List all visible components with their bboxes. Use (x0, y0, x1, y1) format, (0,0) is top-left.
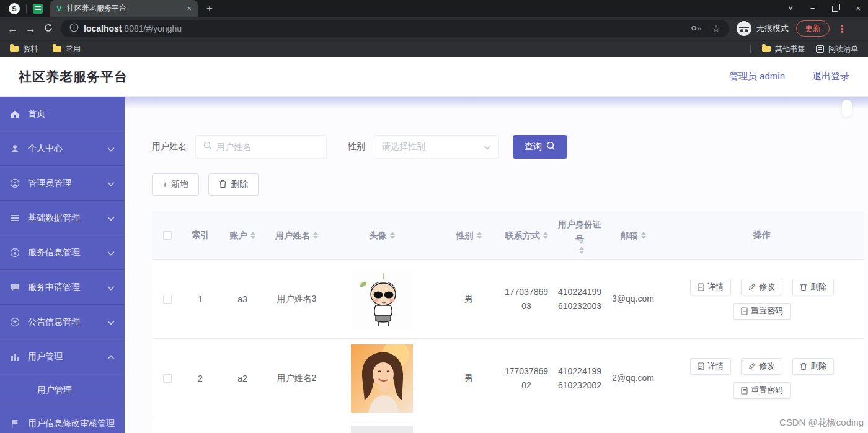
sidebar-item-personal-center[interactable]: 个人中心 (0, 131, 125, 166)
name-search-input[interactable] (216, 142, 309, 152)
chevron-down-icon (107, 144, 115, 154)
screen: S V 社区养老服务平台 × + ˅ − × ← → localhost:808… (0, 0, 868, 433)
home-icon (10, 109, 20, 119)
sidebar-item-user-audit[interactable]: 用户信息修改审核管理 (0, 406, 125, 433)
search-icon (546, 141, 556, 152)
row-delete-button[interactable]: 删除 (792, 358, 834, 375)
sidebar-item-service-apply[interactable]: 服务申请管理 (0, 270, 125, 305)
other-bookmarks[interactable]: 其他书签 (762, 44, 805, 55)
sidebar: 首页 个人中心 管理员管理 基础数据管理 服务信息管理 (0, 97, 125, 433)
header-ops: 操作 (660, 230, 864, 241)
watermark: CSDN @花椒coding (779, 417, 864, 429)
url-path: :8081/#/yonghu (122, 24, 182, 33)
sidebar-item-service-info[interactable]: 服务信息管理 (0, 235, 125, 270)
cell-id-card: 410224199610232002 (557, 364, 603, 393)
select-all-checkbox[interactable] (163, 231, 172, 240)
cell-gender: 男 (438, 294, 500, 305)
edit-button[interactable]: 修改 (741, 279, 782, 295)
window-restore-button[interactable] (832, 6, 838, 12)
reset-password-button[interactable]: 重置密码 (733, 382, 790, 399)
address-bar[interactable]: localhost:8081/#/yonghu ☆ (61, 20, 729, 37)
avatar (351, 426, 413, 433)
header-phone[interactable]: 联系方式 (500, 228, 553, 243)
sidebar-item-label: 管理员管理 (28, 178, 71, 189)
bookmark-label: 资料 (23, 44, 38, 55)
sidebar-subitem-user-management[interactable]: 用户管理 (0, 374, 125, 406)
bookmark-folder-changyong[interactable]: 常用 (53, 44, 81, 55)
detail-button[interactable]: 详情 (690, 279, 731, 295)
other-bookmarks-label: 其他书签 (775, 44, 805, 55)
header-id-card[interactable]: 用户身份证号 (553, 217, 606, 254)
sort-caret-icon[interactable] (390, 232, 395, 239)
reload-icon[interactable] (43, 23, 53, 35)
chevron-down-icon (107, 317, 115, 327)
header-account[interactable]: 账户 (218, 228, 267, 243)
search-icon (203, 141, 212, 152)
chevron-down-icon (107, 248, 115, 258)
bookmark-folder-ziliao[interactable]: 资料 (10, 44, 38, 55)
chevron-down-icon (484, 141, 491, 152)
sort-caret-icon[interactable] (250, 232, 255, 239)
window-close-button[interactable]: × (856, 4, 861, 13)
name-search-field[interactable] (195, 135, 327, 159)
header-index: 索引 (183, 230, 218, 241)
vue-favicon-icon: V (56, 4, 62, 13)
window-chevron-icon[interactable]: ˅ (788, 4, 793, 13)
sort-caret-icon[interactable] (543, 232, 548, 239)
password-key-icon[interactable] (691, 23, 702, 34)
window-minimize-button[interactable]: − (810, 4, 815, 13)
tab-close-icon[interactable]: × (187, 4, 192, 13)
sidebar-item-admin-management[interactable]: 管理员管理 (0, 166, 125, 201)
browser-menu-icon[interactable]: ⋮ (837, 23, 847, 35)
reading-list[interactable]: 阅读清单 (816, 44, 858, 55)
delete-button[interactable]: 删除 (208, 173, 259, 196)
search-button[interactable]: 查询 (513, 135, 567, 159)
cell-phone: 17703786903 (503, 285, 549, 313)
back-icon[interactable]: ← (7, 24, 18, 34)
bookmarks-bar: 资料 常用 其他书签 阅读清单 (0, 40, 868, 57)
bookmark-star-icon[interactable]: ☆ (712, 23, 720, 35)
page-title: 社区养老服务平台 (19, 68, 128, 85)
incognito-icon (737, 21, 751, 36)
detail-button[interactable]: 详情 (690, 358, 731, 375)
chevron-down-icon (107, 213, 115, 223)
reading-list-label: 阅读清单 (828, 44, 858, 55)
header-email[interactable]: 邮箱 (606, 228, 660, 243)
site-info-icon[interactable] (69, 23, 79, 35)
add-button[interactable]: + 新增 (152, 173, 199, 196)
filter-gender-label: 性别 (348, 141, 365, 152)
folder-icon (762, 46, 771, 52)
gender-select[interactable]: 请选择性别 (374, 135, 499, 159)
new-tab-button[interactable]: + (206, 2, 213, 15)
pinned-tab-logo-icon[interactable]: S (9, 3, 20, 14)
logout-link[interactable]: 退出登录 (812, 71, 849, 82)
incognito-label: 无痕模式 (756, 23, 789, 34)
sidebar-item-label: 公告信息管理 (28, 317, 80, 328)
row-checkbox[interactable] (163, 374, 172, 383)
forward-icon[interactable]: → (25, 24, 36, 34)
row-delete-button[interactable]: 删除 (792, 279, 834, 295)
scrollbar-thumb[interactable] (842, 100, 852, 117)
admin-user-label: 管理员 admin (729, 71, 785, 82)
chevron-down-icon (107, 282, 115, 292)
sidebar-item-base-data[interactable]: 基础数据管理 (0, 201, 125, 235)
header-gender[interactable]: 性别 (438, 228, 500, 243)
sidebar-item-user-management[interactable]: 用户管理 (0, 339, 125, 374)
pinned-tab-sheets-icon[interactable] (33, 4, 43, 14)
cell-phone: 17703786902 (503, 364, 549, 393)
sort-caret-icon[interactable] (477, 232, 482, 239)
header-avatar[interactable]: 头像 (326, 228, 438, 243)
reset-password-button[interactable]: 重置密码 (733, 303, 790, 320)
edit-button[interactable]: 修改 (741, 358, 782, 375)
sort-caret-icon[interactable] (641, 232, 646, 239)
sidebar-item-notice-info[interactable]: 公告信息管理 (0, 305, 125, 339)
row-checkbox[interactable] (163, 295, 172, 304)
browser-update-button[interactable]: 更新 (796, 20, 830, 37)
info-circle-icon (10, 248, 20, 258)
header-name[interactable]: 用户姓名 (267, 228, 326, 243)
sort-caret-icon[interactable] (313, 232, 318, 239)
cell-account: a2 (218, 374, 267, 383)
active-tab[interactable]: V 社区养老服务平台 × (50, 0, 198, 17)
sort-caret-icon[interactable] (579, 247, 584, 254)
sidebar-item-home[interactable]: 首页 (0, 97, 125, 131)
